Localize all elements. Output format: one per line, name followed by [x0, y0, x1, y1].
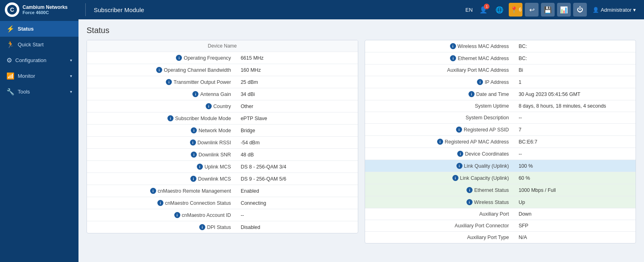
nav-divider [85, 3, 86, 16]
info-icon[interactable]: i [157, 200, 163, 206]
stats-btn[interactable]: 📊 [557, 3, 571, 17]
lang-selector[interactable]: EN [465, 7, 473, 13]
label-aux-mac: Auxiliary Port MAC Address [365, 64, 514, 76]
info-icon[interactable]: i [166, 79, 172, 85]
brand-name: Cambium Networks [23, 4, 68, 10]
sidebar-item-quickstart[interactable]: 🏃 Quick Start [0, 37, 78, 52]
value-operating-frequency: 6615 MHz [236, 52, 358, 64]
info-icon[interactable]: i [197, 164, 203, 170]
globe-icon: 🌐 [495, 6, 504, 14]
chevron-down-icon: ▾ [633, 7, 636, 13]
monitor-icon: 📶 [6, 72, 14, 80]
config-expand-icon: ▾ [70, 58, 72, 62]
label-aux-type: Auxiliary Port Type [365, 232, 514, 243]
info-icon[interactable]: i [206, 103, 212, 109]
left-status-table: Device Name iOperating Frequency 6615 MH… [87, 40, 358, 233]
notification-badge: 1 [484, 4, 489, 9]
label-link-quality: iLink Quality (Uplink) [365, 160, 514, 172]
info-icon[interactable]: i [456, 163, 462, 169]
pin-icon: 📍 [510, 6, 518, 14]
info-icon[interactable]: i [452, 175, 458, 181]
sidebar-item-status[interactable]: ⚡ Status [0, 21, 78, 37]
layout: ⚡ Status 🏃 Quick Start ⚙ Configuration ▾… [0, 19, 644, 262]
table-row: iUplink MCS DS 8 - 256-QAM 3/4 [87, 161, 358, 173]
sidebar-item-monitor[interactable]: 📶 Monitor ▾ [0, 68, 78, 84]
label-antenna-gain: iAntenna Gain [87, 88, 236, 100]
table-row: Auxiliary Port Connector SFP [365, 220, 636, 232]
info-icon[interactable]: i [469, 91, 475, 97]
table-row: iOperating Frequency 6615 MHz [87, 52, 358, 64]
value-system-desc: -- [514, 112, 636, 124]
info-icon[interactable]: i [192, 91, 198, 97]
info-icon[interactable]: i [466, 187, 473, 193]
info-icon[interactable]: i [199, 224, 205, 230]
info-icon[interactable]: i [191, 127, 197, 133]
table-row: iDownlink MCS DS 9 - 256-QAM 5/6 [87, 173, 358, 185]
value-wireless-status: Up [514, 196, 636, 208]
info-icon[interactable]: i [190, 139, 196, 146]
info-icon[interactable]: i [167, 115, 173, 121]
sidebar-item-tools[interactable]: 🔧 Tools ▾ [0, 84, 78, 100]
sidebar-label-config: Configuration [15, 57, 46, 63]
table-row: iDPI Status Disabled [87, 221, 358, 233]
info-icon[interactable]: i [190, 176, 196, 182]
table-row: iEthernet MAC Address BC: [365, 52, 636, 64]
tools-expand-icon: ▾ [70, 89, 72, 94]
right-status-table: iWireless MAC Address BC: iEthernet MAC … [365, 40, 636, 243]
notifications-btn[interactable]: 👤 1 [477, 3, 490, 17]
info-icon[interactable]: i [174, 212, 180, 218]
label-cnmaestro-conn: icnMaestro Connection Status [87, 197, 236, 209]
label-wireless-mac: iWireless MAC Address [365, 40, 514, 52]
table-row: iIP Address 1 [365, 76, 636, 88]
table-row-wireless-status: iWireless Status Up [365, 196, 636, 208]
back-btn[interactable]: ↩ [525, 3, 539, 17]
label-wireless-status: iWireless Status [365, 196, 514, 208]
label-ethernet-mac: iEthernet MAC Address [365, 52, 514, 64]
info-icon[interactable]: i [466, 199, 473, 205]
info-icon[interactable]: i [437, 139, 443, 145]
value-dl-snr: 48 dB [236, 149, 358, 161]
label-sm-mode: iSubscriber Module Mode [87, 112, 236, 125]
info-icon[interactable]: i [457, 151, 463, 157]
value-aux-type: N/A [514, 232, 636, 243]
table-row: iRegistered AP MAC Address BC:E6:7 [365, 136, 636, 148]
status-icon: ⚡ [6, 25, 14, 33]
info-icon[interactable]: i [456, 127, 462, 133]
table-row: icnMaestro Connection Status Connecting [87, 197, 358, 209]
info-icon[interactable]: i [477, 79, 483, 85]
info-icon[interactable]: i [150, 188, 156, 194]
info-icon[interactable]: i [191, 152, 197, 158]
table-row: iDownlink RSSI -54 dBm [87, 137, 358, 149]
value-sm-mode: ePTP Slave [236, 112, 358, 125]
topnav: C Cambium Networks Force 4600C Subscribe… [0, 0, 644, 19]
save-btn[interactable]: 💾 [541, 3, 555, 17]
brand: C Cambium Networks Force 4600C [5, 2, 77, 17]
info-icon[interactable]: i [450, 43, 456, 49]
info-icon[interactable]: i [156, 67, 162, 73]
back-icon: ↩ [529, 6, 535, 14]
value-channel-bandwidth: 160 MHz [236, 64, 358, 76]
table-row: iSubscriber Module Mode ePTP Slave [87, 112, 358, 125]
value-aux-connector: SFP [514, 220, 636, 232]
value-antenna-gain: 34 dBi [236, 88, 358, 100]
value-cnmaestro-conn: Connecting [236, 197, 358, 209]
label-system-uptime: System Uptime [365, 100, 514, 112]
value-system-uptime: 8 days, 8 hours, 18 minutes, 4 seconds [514, 100, 636, 112]
table-row: iRegistered AP SSID 7 [365, 124, 636, 136]
sidebar-item-configuration[interactable]: ⚙ Configuration ▾ [0, 52, 78, 68]
alerts-btn[interactable]: 📍 6 [509, 3, 522, 17]
sidebar-label-monitor: Monitor [18, 73, 35, 79]
info-icon[interactable]: i [176, 55, 182, 61]
brand-model: Force 4600C [23, 10, 68, 15]
power-btn[interactable]: ⏻ [573, 3, 587, 17]
label-downlink-mcs: iDownlink MCS [87, 173, 236, 185]
info-icon[interactable]: i [450, 55, 456, 61]
admin-dropdown[interactable]: 👤 Administrator ▾ [589, 5, 639, 15]
admin-label: Administrator [601, 7, 632, 13]
globe-btn[interactable]: 🌐 [493, 3, 506, 17]
left-table-header: Device Name [87, 40, 358, 52]
value-link-capacity: 60 % [514, 172, 636, 184]
label-channel-bandwidth: iOperating Channel Bandwidth [87, 64, 236, 76]
label-device-coords: iDevice Coordinates [365, 148, 514, 160]
value-tx-power: 25 dBm [236, 76, 358, 88]
